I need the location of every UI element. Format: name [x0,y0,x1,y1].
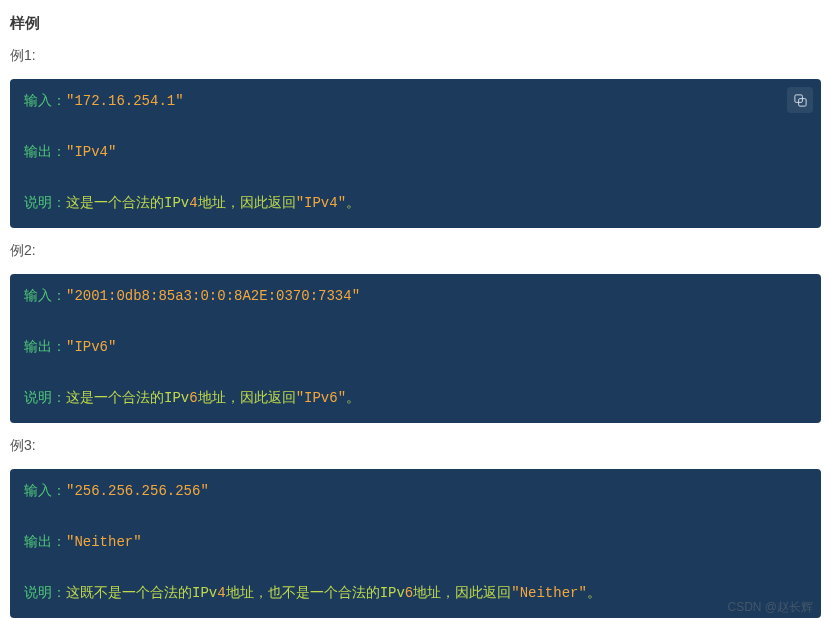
output-value: "IPv6" [66,339,116,355]
output-value: "IPv4" [66,144,116,160]
example-1-code: 输入："172.16.254.1" 输出："IPv4" 说明：这是一个合法的IP… [10,79,821,228]
example-2-code: 输入："2001:0db8:85a3:0:0:8A2E:0370:7334" 输… [10,274,821,423]
input-line: 输入："2001:0db8:85a3:0:0:8A2E:0370:7334" [24,286,807,307]
output-label: 输出： [24,144,66,160]
note-label: 说明： [24,390,66,406]
note-label: 说明： [24,195,66,211]
note-text: 。 [346,195,360,211]
output-line: 输出："Neither" [24,532,807,553]
example-3-code: 输入："256.256.256.256" 输出："Neither" 说明：这既不… [10,469,821,618]
note-result: "IPv4" [296,195,346,211]
input-value: "172.16.254.1" [66,93,184,109]
input-label: 输入： [24,93,66,109]
copy-icon [793,93,808,108]
input-label: 输入： [24,288,66,304]
input-line: 输入："256.256.256.256" [24,481,807,502]
input-line: 输入："172.16.254.1" [24,91,807,112]
note-result: "IPv6" [296,390,346,406]
note-num: 4 [217,585,225,601]
output-label: 输出： [24,339,66,355]
note-label: 说明： [24,585,66,601]
output-label: 输出： [24,534,66,550]
input-value: "2001:0db8:85a3:0:0:8A2E:0370:7334" [66,288,360,304]
example-3-label: 例3: [10,437,821,455]
note-text: 这是一个合法的IPv [66,195,189,211]
note-text: 地址，也不是一个合法的IPv [226,585,405,601]
note-text: 。 [346,390,360,406]
input-value: "256.256.256.256" [66,483,209,499]
note-num: 4 [189,195,197,211]
note-num: 6 [405,585,413,601]
example-2-label: 例2: [10,242,821,260]
note-result: "Neither" [511,585,587,601]
note-text: 。 [587,585,601,601]
note-text: 地址，因此返回 [198,195,296,211]
note-line: 说明：这既不是一个合法的IPv4地址，也不是一个合法的IPv6地址，因此返回"N… [24,583,807,604]
watermark: CSDN @赵长辉 [727,599,813,616]
note-line: 说明：这是一个合法的IPv6地址，因此返回"IPv6"。 [24,388,807,409]
input-label: 输入： [24,483,66,499]
note-text: 地址，因此返回 [198,390,296,406]
output-line: 输出："IPv6" [24,337,807,358]
note-text: 地址，因此返回 [413,585,511,601]
output-line: 输出："IPv4" [24,142,807,163]
note-num: 6 [189,390,197,406]
output-value: "Neither" [66,534,142,550]
section-heading: 样例 [10,14,821,33]
note-text: 这既不是一个合法的IPv [66,585,217,601]
note-text: 这是一个合法的IPv [66,390,189,406]
copy-button[interactable] [787,87,813,113]
example-1-label: 例1: [10,47,821,65]
note-line: 说明：这是一个合法的IPv4地址，因此返回"IPv4"。 [24,193,807,214]
